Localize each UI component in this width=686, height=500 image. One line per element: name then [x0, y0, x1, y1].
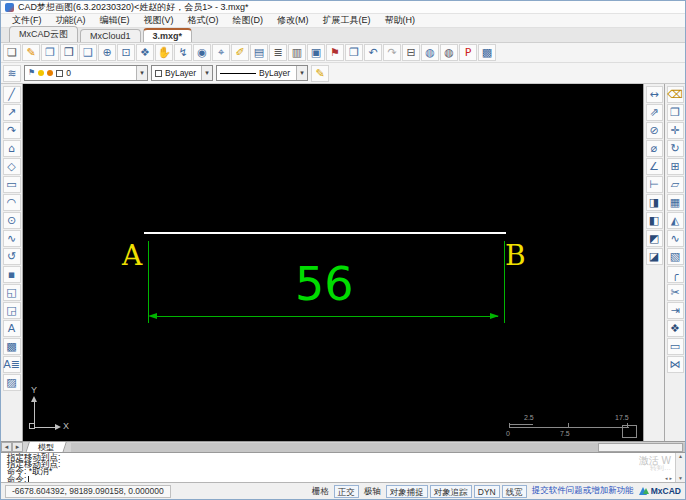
display-config[interactable]: ▣	[307, 44, 325, 61]
linetype-combo[interactable]: ByLayer ▾	[216, 65, 308, 81]
model-tab[interactable]: 模型	[25, 442, 67, 453]
canvas-horizontal-scrollbar[interactable]	[71, 443, 685, 452]
offset[interactable]: ▱	[667, 176, 684, 193]
property-table[interactable]: ▤	[250, 44, 268, 61]
polyline-edit[interactable]: ∿	[667, 230, 684, 247]
fillet[interactable]: ╭	[667, 266, 684, 283]
dimension-line[interactable]	[154, 316, 498, 317]
drawn-line-segment[interactable]	[144, 232, 506, 234]
dim-radius[interactable]: ⌀	[646, 140, 663, 157]
command-horizontal-scrollbar[interactable]: ◂▸	[665, 475, 674, 482]
command-prompt-line[interactable]: 命令:	[7, 476, 673, 482]
tab-3mxg[interactable]: 3.mxg*	[143, 28, 193, 42]
menu-item[interactable]: 视图(V)	[137, 14, 181, 27]
mirror[interactable]: ◭	[667, 212, 684, 229]
draw-polygon[interactable]: ⌂	[3, 140, 21, 157]
flag[interactable]: ⚑	[326, 44, 344, 61]
dim-linear[interactable]: ↔	[646, 86, 663, 103]
dim-aligned[interactable]: ⇗	[646, 104, 663, 121]
draw-spline[interactable]: ∿	[3, 230, 21, 247]
draw-polygon-irregular[interactable]: ◇	[3, 158, 21, 175]
dim-diameter[interactable]: ⊘	[646, 122, 663, 139]
draw-order-front[interactable]: ◨	[646, 194, 663, 211]
find[interactable]: ⌖	[212, 44, 230, 61]
menu-item[interactable]: 绘图(D)	[226, 14, 271, 27]
join[interactable]: ⋈	[667, 356, 684, 373]
menu-item[interactable]: 扩展工具(E)	[316, 14, 378, 27]
draw-revision-cloud[interactable]: ↺	[3, 248, 21, 265]
menu-item[interactable]: 编辑(E)	[93, 14, 137, 27]
pdf-export[interactable]: P	[459, 44, 477, 61]
web-share[interactable]: ◍	[440, 44, 458, 61]
menu-item[interactable]: 格式(O)	[181, 14, 226, 27]
region[interactable]: ▭	[667, 338, 684, 355]
toggle-lineweight[interactable]: 线宽	[502, 485, 527, 498]
draw-rectangle[interactable]: ▭	[3, 176, 21, 193]
copy[interactable]: ❐	[667, 104, 684, 121]
draw-ray[interactable]: ↗	[3, 104, 21, 121]
extend[interactable]: ⇥	[667, 302, 684, 319]
pan[interactable]: ✋	[155, 44, 173, 61]
toggle-ortho[interactable]: 正交	[334, 485, 359, 498]
new-file[interactable]: ❏	[3, 44, 21, 61]
tab-mxcloud1[interactable]: MxCloud1	[80, 29, 141, 42]
dim-baseline[interactable]: ⊢	[646, 176, 663, 193]
scroll-up-icon[interactable]: ▲	[678, 453, 683, 460]
publish[interactable]: ❐	[345, 44, 363, 61]
create-block[interactable]: ◲	[3, 302, 21, 319]
toggle-polar[interactable]: 极轴	[361, 485, 384, 498]
draw-line[interactable]: ╱	[3, 86, 21, 103]
layers-manager-button[interactable]: ≋	[3, 65, 21, 82]
array[interactable]: ▦	[667, 194, 684, 211]
save-as[interactable]: ❑	[79, 44, 97, 61]
draw-point[interactable]: ▪	[3, 266, 21, 283]
draw-order-back[interactable]: ◧	[646, 212, 663, 229]
zoom-extents[interactable]: ❖	[136, 44, 154, 61]
scroll-down-icon[interactable]: ▼	[678, 475, 683, 482]
match-properties-button[interactable]: ✎	[311, 65, 329, 82]
toggle-osnap[interactable]: 对象捕捉	[386, 485, 428, 498]
draw-hatch[interactable]: ▨	[3, 374, 21, 391]
insert-block[interactable]: ◱	[3, 284, 21, 301]
drawing-canvas[interactable]: A B 56 Y X 2.5 17.5 0 7.5	[23, 84, 643, 441]
explode[interactable]: ❖	[667, 320, 684, 337]
undo[interactable]: ↶	[364, 44, 382, 61]
edit-text[interactable]: ✐	[231, 44, 249, 61]
tab-scroll-right-icon[interactable]: ▸	[12, 442, 23, 452]
redo[interactable]: ↷	[383, 44, 401, 61]
print[interactable]: ⊟	[402, 44, 420, 61]
layer-combo[interactable]: ⚑ 0 ▾	[24, 65, 148, 81]
move[interactable]: ✛	[667, 122, 684, 139]
dim-angular[interactable]: ∠	[646, 158, 663, 175]
attribute-text[interactable]: A≣	[3, 356, 21, 373]
menu-item[interactable]: 修改(M)	[270, 14, 316, 27]
trim[interactable]: ✂	[667, 284, 684, 301]
text-style[interactable]: ≣	[269, 44, 287, 61]
save[interactable]: ❐	[41, 44, 59, 61]
image-export[interactable]: ▩	[478, 44, 496, 61]
rotate[interactable]: ↻	[667, 140, 684, 157]
zoom-dynamic[interactable]: ↯	[174, 44, 192, 61]
draw-arc[interactable]: ◠	[3, 194, 21, 211]
toggle-grid[interactable]: 栅格	[309, 485, 332, 498]
feedback-link[interactable]: 提交软件问题或增加新功能	[532, 485, 634, 497]
draw-circle[interactable]: ⊙	[3, 212, 21, 229]
open-edit[interactable]: ✎	[22, 44, 40, 61]
scrollbar-thumb[interactable]	[598, 443, 683, 452]
boundary[interactable]: ▧	[667, 248, 684, 265]
erase[interactable]: ⌫	[667, 86, 684, 103]
command-window[interactable]: 指定移动到点:指定移动到点:命令: *取消* 命令: 激活 W 转到… ▲▼ ◂…	[1, 452, 685, 482]
toggle-otrack[interactable]: 对象追踪	[430, 485, 472, 498]
menu-item[interactable]: 帮助(H)	[378, 14, 423, 27]
web[interactable]: ◍	[421, 44, 439, 61]
tab-scroll-left-icon[interactable]: ◂	[1, 442, 12, 452]
insert-image[interactable]: ▩	[3, 338, 21, 355]
zoom-circle[interactable]: ◉	[193, 44, 211, 61]
draw-text[interactable]: A	[3, 320, 21, 337]
zoom-in[interactable]: ⊕	[98, 44, 116, 61]
open-folder[interactable]: ❒	[60, 44, 78, 61]
tab-mxcad-cloud[interactable]: MxCAD云图	[9, 26, 78, 42]
draw-order-below[interactable]: ◪	[646, 248, 663, 265]
notebook[interactable]: ▥	[288, 44, 306, 61]
color-combo[interactable]: ByLayer ▾	[151, 65, 213, 81]
